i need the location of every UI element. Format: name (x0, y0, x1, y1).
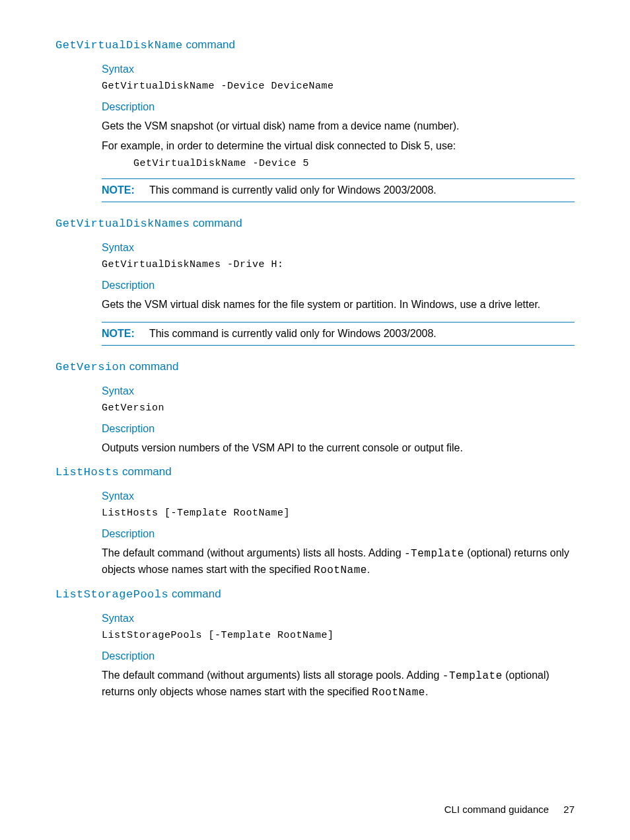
syntax-code: ListStoragePools [-Template RootName] (102, 630, 575, 641)
description-heading: Description (102, 101, 575, 113)
note-text: This command is currently valid only for… (149, 184, 437, 196)
description-heading: Description (102, 280, 575, 291)
command-name: ListHosts (55, 466, 119, 478)
syntax-code: GetVirtualDiskNames -Drive H: (102, 259, 575, 270)
heading-word: command (172, 588, 221, 600)
description-heading: Description (102, 650, 575, 662)
content-block: Syntax GetVirtualDiskNames -Drive H: Des… (102, 242, 575, 346)
description-text: Outputs version numbers of the VSM API t… (102, 440, 575, 456)
content-block: Syntax GetVersion Description Outputs ve… (102, 385, 575, 456)
syntax-code: GetVersion (102, 402, 575, 414)
document-page: GetVirtualDiskName command Syntax GetVir… (0, 0, 630, 840)
page-footer: CLI command guidance 27 (444, 804, 575, 815)
command-name: GetVersion (55, 361, 126, 373)
desc-mono: -Template (404, 548, 464, 560)
content-block: Syntax GetVirtualDiskName -Device Device… (102, 63, 575, 202)
section-getversion: GetVersion command Syntax GetVersion Des… (55, 360, 575, 456)
desc-mono: RootName (372, 687, 425, 699)
syntax-heading: Syntax (102, 63, 575, 75)
syntax-heading: Syntax (102, 242, 575, 254)
desc-fragment: . (425, 686, 428, 697)
command-name: ListStoragePools (55, 588, 168, 601)
description-heading: Description (102, 423, 575, 435)
syntax-code: ListHosts [-Template RootName] (102, 508, 575, 519)
section-liststoragepools: ListStoragePools command Syntax ListStor… (55, 588, 575, 701)
footer-text: CLI command guidance (444, 804, 549, 815)
heading-word: command (186, 38, 235, 51)
note-text: This command is currently valid only for… (149, 328, 437, 339)
description-heading: Description (102, 528, 575, 540)
desc-fragment: The default command (without arguments) … (102, 669, 442, 681)
desc-mono: RootName (314, 564, 367, 576)
page-number: 27 (563, 804, 575, 815)
description-text: Gets the VSM virtual disk names for the … (102, 297, 575, 313)
description-text: The default command (without arguments) … (102, 668, 575, 701)
section-getvirtualdiskname: GetVirtualDiskName command Syntax GetVir… (55, 38, 575, 202)
syntax-code: GetVirtualDiskName -Device DeviceName (102, 81, 575, 92)
description-text: The default command (without arguments) … (102, 545, 575, 578)
desc-mono: -Template (442, 670, 503, 682)
command-name: GetVirtualDiskNames (55, 217, 190, 230)
content-block: Syntax ListHosts [-Template RootName] De… (102, 490, 575, 578)
command-heading: GetVersion command (55, 360, 575, 373)
command-name: GetVirtualDiskName (55, 39, 183, 52)
command-heading: ListStoragePools command (55, 588, 575, 601)
note-box: NOTE: This command is currently valid on… (102, 178, 575, 202)
command-heading: ListHosts command (55, 465, 575, 478)
section-listhosts: ListHosts command Syntax ListHosts [-Tem… (55, 465, 575, 578)
desc-fragment: . (367, 564, 370, 575)
description-text: Gets the VSM snapshot (or virtual disk) … (102, 118, 575, 134)
note-label: NOTE: (102, 328, 135, 339)
heading-word: command (193, 217, 242, 229)
syntax-heading: Syntax (102, 613, 575, 625)
note-label: NOTE: (102, 184, 135, 196)
command-heading: GetVirtualDiskNames command (55, 217, 575, 230)
syntax-heading: Syntax (102, 385, 575, 397)
note-box: NOTE: This command is currently valid on… (102, 322, 575, 346)
heading-word: command (122, 465, 172, 478)
content-block: Syntax ListStoragePools [-Template RootN… (102, 613, 575, 701)
command-heading: GetVirtualDiskName command (55, 38, 575, 52)
example-code: GetVirtualDiskName -Device 5 (133, 158, 575, 169)
section-getvirtualdisknames: GetVirtualDiskNames command Syntax GetVi… (55, 217, 575, 346)
syntax-heading: Syntax (102, 490, 575, 502)
heading-word: command (129, 360, 179, 373)
desc-fragment: The default command (without arguments) … (102, 547, 404, 558)
description-text: For example, in order to determine the v… (102, 138, 575, 154)
